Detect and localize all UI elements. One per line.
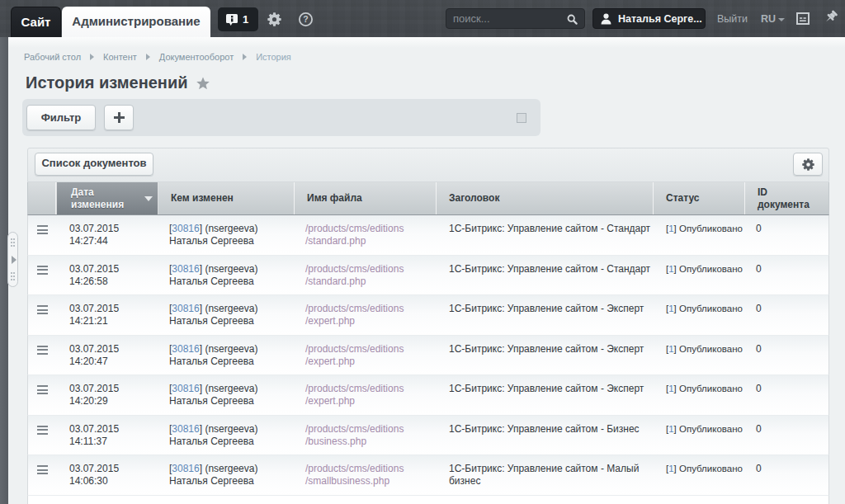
user-id-link[interactable]: 30816 <box>172 383 199 394</box>
row-menu-icon[interactable] <box>37 426 48 435</box>
grid-header-title[interactable]: Заголовок <box>437 182 654 214</box>
grid-header-id-label: ID документа <box>758 186 812 211</box>
grid-settings-button[interactable] <box>793 153 823 176</box>
filter-button[interactable]: Фильтр <box>26 105 96 130</box>
filter-panel: Фильтр <box>22 99 541 136</box>
status-link[interactable]: 1 <box>668 464 673 473</box>
status-link[interactable]: 1 <box>668 224 673 233</box>
status-link[interactable]: 1 <box>668 424 673 434</box>
language-label: RU <box>761 13 776 25</box>
breadcrumb-arrow-icon <box>243 54 247 60</box>
file-link[interactable]: /products/cms/editions <box>305 303 437 315</box>
file-link[interactable]: /expert.php <box>305 356 437 368</box>
status-link[interactable]: 1 <box>668 344 673 354</box>
settings-gear-icon[interactable] <box>267 12 281 26</box>
row-cell-id: 0 <box>745 416 828 455</box>
file-link[interactable]: /expert.php <box>305 315 437 327</box>
user-id-link[interactable]: 30816 <box>172 463 199 474</box>
row-cell-menu <box>28 336 56 375</box>
file-link[interactable]: /smallbusiness.php <box>305 475 437 488</box>
user-id-link[interactable]: 30816 <box>172 263 199 275</box>
row-menu-icon[interactable] <box>37 225 48 234</box>
file-link[interactable]: /products/cms/editions <box>305 343 437 356</box>
grid-footer-space <box>27 496 829 504</box>
breadcrumb-item-current[interactable]: История <box>256 52 291 62</box>
user-id-link[interactable]: 30816 <box>172 423 199 435</box>
row-who-line: [30816] (nsergeeva) <box>169 223 295 235</box>
user-id-link[interactable]: 30816 <box>172 303 199 314</box>
file-link[interactable]: /business.php <box>305 436 437 448</box>
user-button[interactable]: Наталья Серге... <box>592 8 706 29</box>
row-menu-icon[interactable] <box>37 346 48 355</box>
row-cell-id: 0 <box>745 375 828 415</box>
row-cell-who: [30816] (nsergeeva)Наталья Сергеева <box>158 455 295 495</box>
search-input[interactable] <box>453 10 560 27</box>
row-status-label: Опубликовано <box>679 464 743 473</box>
tab-site[interactable]: Сайт <box>11 7 61 37</box>
file-link[interactable]: /standard.php <box>305 276 437 288</box>
sort-desc-icon <box>144 196 153 201</box>
pin-icon[interactable] <box>823 10 838 26</box>
row-menu-icon[interactable] <box>37 465 48 474</box>
tab-document-list[interactable]: Список документов <box>35 153 153 176</box>
grid-header-id[interactable]: ID документа <box>745 182 828 214</box>
grid-row: 03.07.201514:06:30[30816] (nsergeeva)Нат… <box>27 455 829 496</box>
row-menu-icon[interactable] <box>37 385 48 394</box>
row-menu-icon[interactable] <box>37 305 48 314</box>
top-bar: Сайт Администрирование 1 ? <box>0 0 845 37</box>
favorite-star-icon[interactable] <box>196 77 210 90</box>
handle-dots <box>11 238 12 240</box>
row-who-login: (nsergeeva) <box>205 223 257 234</box>
breadcrumb-item[interactable]: Рабочий стол <box>24 52 81 62</box>
language-selector[interactable]: RU <box>761 13 785 25</box>
svg-text:?: ? <box>303 14 308 24</box>
grid-row: 03.07.201514:21:21[30816] (nsergeeva)Нат… <box>27 295 829 336</box>
grid-row: 03.07.201514:20:29[30816] (nsergeeva)Нат… <box>27 375 829 416</box>
search-icon[interactable] <box>567 14 578 25</box>
row-cell-status: [1] Опубликовано <box>654 256 745 295</box>
row-menu-icon[interactable] <box>37 266 48 275</box>
row-cell-who: [30816] (nsergeeva)Наталья Сергеева <box>158 215 295 255</box>
row-status-label: Опубликовано <box>679 344 743 354</box>
help-icon[interactable]: ? <box>299 12 313 26</box>
grid-rows: 03.07.201514:27:44[30816] (nsergeeva)Нат… <box>27 215 829 496</box>
status-link[interactable]: 1 <box>668 384 673 393</box>
file-link[interactable]: /standard.php <box>305 235 437 247</box>
row-who-login: (nsergeeva) <box>205 263 257 275</box>
row-status-label: Опубликовано <box>679 384 743 393</box>
row-time: 14:26:58 <box>69 276 158 288</box>
row-who-name: Наталья Сергеева <box>169 315 295 327</box>
status-link[interactable]: 1 <box>668 264 673 274</box>
file-link[interactable]: /products/cms/editions <box>305 383 437 395</box>
filter-minimize-icon[interactable] <box>517 113 526 123</box>
row-cell-title: 1С-Битрикс: Управление сайтом - Эксперт <box>437 336 654 375</box>
user-id-link[interactable]: 30816 <box>172 223 199 234</box>
file-link[interactable]: /products/cms/editions <box>305 463 437 475</box>
row-cell-id: 0 <box>745 455 828 495</box>
grid-header-date[interactable]: Дата изменения <box>56 182 158 214</box>
row-cell-who: [30816] (nsergeeva)Наталья Сергеева <box>158 375 295 415</box>
row-cell-date: 03.07.201514:26:58 <box>56 256 158 295</box>
breadcrumb-item[interactable]: Документооборот <box>159 52 234 62</box>
row-who-line: [30816] (nsergeeva) <box>169 383 295 395</box>
notifications-button[interactable]: 1 <box>218 7 258 31</box>
status-link[interactable]: 1 <box>668 304 673 313</box>
hotkeys-keyboard-icon[interactable] <box>796 12 810 25</box>
file-link[interactable]: /products/cms/editions <box>305 223 437 235</box>
row-date: 03.07.2015 <box>69 383 158 395</box>
file-link[interactable]: /products/cms/editions <box>305 263 437 276</box>
sidebar-expand-handle[interactable] <box>7 232 18 287</box>
grid-header-status[interactable]: Статус <box>654 182 745 214</box>
file-link[interactable]: /products/cms/editions <box>305 423 437 436</box>
grid-header-file[interactable]: Имя файла <box>295 182 437 214</box>
breadcrumb-item[interactable]: Контент <box>103 52 137 62</box>
grid-header-who[interactable]: Кем изменен <box>158 182 295 214</box>
row-who-line: [30816] (nsergeeva) <box>169 263 295 276</box>
row-cell-date: 03.07.201514:27:44 <box>56 215 158 255</box>
user-id-link[interactable]: 30816 <box>172 343 199 355</box>
row-cell-who: [30816] (nsergeeva)Наталья Сергеева <box>158 295 295 335</box>
add-filter-button[interactable] <box>104 105 134 130</box>
logout-link[interactable]: Выйти <box>717 13 748 25</box>
file-link[interactable]: /expert.php <box>305 395 437 407</box>
tab-admin[interactable]: Администрирование <box>62 7 210 37</box>
